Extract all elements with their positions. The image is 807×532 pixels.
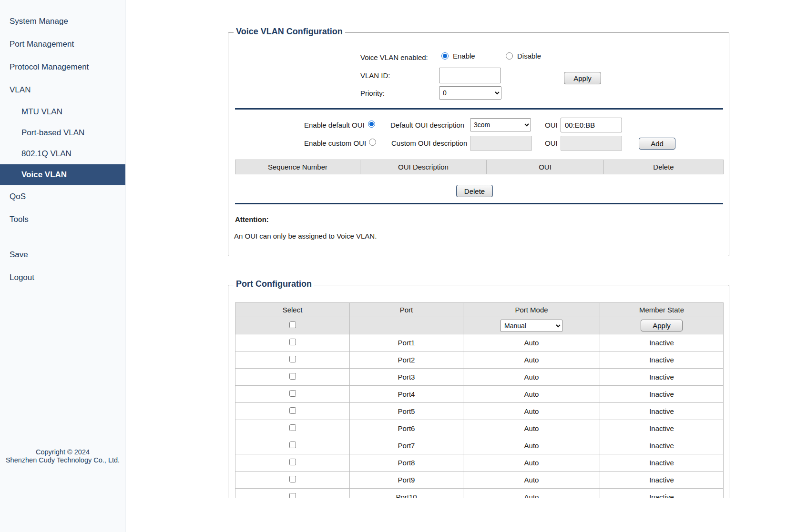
sidebar-nav: System Manage Port Management Protocol M…: [0, 0, 125, 289]
sidebar-item-protocol-management[interactable]: Protocol Management: [0, 56, 125, 79]
sidebar-item-port-based-vlan[interactable]: Port-based VLAN: [0, 122, 125, 143]
default-oui-description-select[interactable]: 3com: [470, 118, 531, 131]
port-row: Port4 Auto Inactive: [235, 386, 724, 403]
port5-checkbox[interactable]: [289, 407, 296, 414]
enable-custom-oui-radio[interactable]: [369, 139, 376, 146]
oui-table-header-sequence-number: Sequence Number: [235, 160, 360, 174]
port-row: Port5 Auto Inactive: [235, 403, 724, 420]
port-config-panel-title: Port Configuration: [234, 279, 314, 289]
port-name-cell: Port3: [350, 369, 463, 386]
port-table-header-row: Select Port Port Mode Member State: [235, 303, 724, 317]
sidebar-item-port-management[interactable]: Port Management: [0, 33, 125, 56]
oui-table: Sequence Number OUI Description OUI Dele…: [235, 160, 724, 174]
port-configuration-panel: Port Configuration Select Port Port Mode…: [228, 285, 729, 532]
sidebar-item-label: MTU VLAN: [21, 107, 62, 117]
sidebar-item-logout[interactable]: Logout: [0, 266, 125, 289]
member-state-cell: Inactive: [600, 386, 724, 403]
port-config-table: Select Port Port Mode Member State Manua…: [235, 302, 724, 506]
sidebar-item-label: Protocol Management: [10, 62, 89, 72]
port-mode-cell: Auto: [463, 369, 600, 386]
port-row: Port8 Auto Inactive: [235, 454, 724, 472]
port-name-cell: Port5: [350, 403, 463, 420]
copyright-notice: Copyright © 2024 Shenzhen Cudy Technolog…: [0, 448, 125, 464]
attention-text: An OUI can only be assigned to Voice VLA…: [234, 232, 377, 240]
port8-checkbox[interactable]: [289, 459, 296, 465]
port-name-cell: Port8: [350, 454, 463, 472]
port-name-cell: Port4: [350, 386, 463, 403]
port4-checkbox[interactable]: [289, 390, 296, 397]
port-mode-cell: Auto: [463, 351, 600, 369]
sidebar-item-label: Save: [10, 250, 28, 260]
default-oui-description-label: Default OUI description: [390, 121, 464, 129]
voice-vlan-configuration-panel: Voice VLAN Configuration Voice VLAN enab…: [228, 32, 729, 256]
port-row: Port1 Auto Inactive: [235, 334, 724, 351]
port-row: Port6 Auto Inactive: [235, 420, 724, 437]
port9-checkbox[interactable]: [289, 476, 296, 482]
enable-default-oui-label: Enable default OUI: [304, 121, 365, 129]
port-row: Port3 Auto Inactive: [235, 369, 724, 386]
port-mode-select[interactable]: Manual: [501, 320, 562, 332]
disable-option-label: Disable: [517, 52, 541, 60]
voice-vlan-disable-radio-group[interactable]: Disable: [506, 52, 541, 60]
sidebar-item-system-manage[interactable]: System Manage: [0, 10, 125, 33]
priority-select[interactable]: 0: [439, 86, 501, 100]
enable-default-oui-radio[interactable]: [368, 120, 375, 128]
custom-oui-description-input[interactable]: [470, 136, 532, 151]
sidebar-item-label: Logout: [10, 273, 34, 282]
sidebar-item-label: 802.1Q VLAN: [21, 149, 72, 159]
select-all-checkbox[interactable]: [289, 321, 296, 328]
port7-checkbox[interactable]: [289, 442, 296, 448]
oui-table-header-oui-description: OUI Description: [360, 160, 487, 174]
voice-vlan-enable-radio-group[interactable]: Enable: [441, 52, 475, 60]
port-name-cell: Port9: [350, 472, 463, 489]
sidebar-item-label: System Manage: [10, 17, 68, 26]
voice-vlan-enabled-label: Voice VLAN enabled:: [360, 53, 428, 61]
port2-checkbox[interactable]: [289, 356, 296, 362]
section-divider: [235, 203, 723, 204]
attention-title: Attention:: [235, 215, 269, 223]
sidebar-item-label: QoS: [10, 192, 26, 201]
sidebar-item-label: Tools: [10, 215, 29, 224]
member-state-cell: Inactive: [600, 403, 724, 420]
oui-table-header-delete: Delete: [604, 160, 724, 174]
sidebar-item-8021q-vlan[interactable]: 802.1Q VLAN: [0, 143, 125, 164]
sidebar-item-qos[interactable]: QoS: [0, 185, 125, 208]
member-state-cell: Inactive: [600, 334, 724, 351]
port-row: Port9 Auto Inactive: [235, 472, 724, 489]
default-oui-input[interactable]: [561, 118, 622, 132]
port-name-cell: Port2: [350, 351, 463, 369]
oui-table-header-row: Sequence Number OUI Description OUI Dele…: [235, 160, 724, 174]
sidebar-item-label: Port-based VLAN: [21, 128, 84, 138]
custom-oui-input[interactable]: [561, 136, 622, 151]
sidebar-item-mtu-vlan[interactable]: MTU VLAN: [0, 101, 125, 122]
sidebar-item-save[interactable]: Save: [0, 243, 125, 266]
member-state-cell: Inactive: [600, 369, 724, 386]
default-oui-label: OUI: [545, 121, 558, 129]
port6-checkbox[interactable]: [289, 424, 296, 431]
member-state-cell: Inactive: [600, 351, 724, 369]
sidebar-item-tools[interactable]: Tools: [0, 208, 125, 231]
voice-vlan-disable-radio[interactable]: [506, 52, 513, 60]
port1-checkbox[interactable]: [289, 339, 296, 345]
sidebar-item-label: Voice VLAN: [21, 170, 67, 180]
voice-vlan-apply-button[interactable]: Apply: [564, 72, 601, 84]
sidebar-item-voice-vlan[interactable]: Voice VLAN: [0, 164, 125, 185]
port-mode-apply-button[interactable]: Apply: [641, 320, 683, 331]
copyright-line-1: Copyright © 2024: [0, 448, 125, 456]
enable-custom-oui-label: Enable custom OUI: [304, 139, 366, 147]
port-mode-cell: Auto: [463, 420, 600, 437]
section-divider: [235, 108, 723, 110]
port-row: Port2 Auto Inactive: [235, 351, 724, 369]
custom-oui-label: OUI: [545, 139, 558, 147]
vlan-id-input[interactable]: [439, 68, 501, 83]
custom-oui-description-label: Custom OUI description: [391, 139, 467, 147]
add-oui-button[interactable]: Add: [639, 138, 675, 150]
sidebar-item-label: VLAN: [10, 85, 31, 95]
member-state-cell: Inactive: [600, 420, 724, 437]
delete-oui-button[interactable]: Delete: [456, 185, 493, 197]
sidebar: System Manage Port Management Protocol M…: [0, 0, 126, 532]
port3-checkbox[interactable]: [289, 373, 296, 380]
voice-vlan-enable-radio[interactable]: [441, 52, 449, 60]
sidebar-item-vlan[interactable]: VLAN: [0, 79, 125, 101]
viewport-cutoff: [126, 498, 807, 532]
